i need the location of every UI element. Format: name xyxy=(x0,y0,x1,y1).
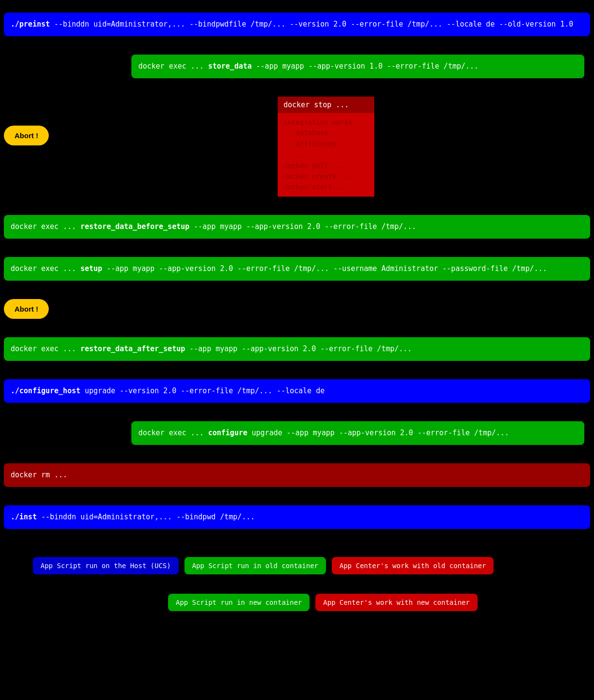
configure-host-command: ./configure_host upgrade --version 2.0 -… xyxy=(4,379,590,403)
configure-host-bold: ./configure_host xyxy=(11,386,81,395)
inst-command: ./inst --binddn uid=Administrator,... --… xyxy=(4,505,590,529)
legend-appcenter-old: App Center's work with old container xyxy=(332,557,494,574)
legend-new-container: App Script run in new container xyxy=(168,594,310,611)
store-data-command: docker exec ... store_data --app myapp -… xyxy=(131,55,584,78)
legend-area: App Script run on the Host (UCS) App Scr… xyxy=(4,557,590,574)
preinst-command: ./preinst --binddn uid=Administrator,...… xyxy=(4,13,590,36)
docker-stop-body: integration works - database - attribute… xyxy=(278,113,374,197)
legend-area-2: App Script run in new container App Cent… xyxy=(4,594,590,611)
configure-command: docker exec ... configure upgrade --app … xyxy=(131,421,584,445)
restore-data-before-setup-command: docker exec ... restore_data_before_setu… xyxy=(4,215,590,239)
restore-data-before-setup-bold: restore_data_before_setup xyxy=(81,222,190,231)
store-data-bold: store_data xyxy=(208,62,252,71)
restore-data-after-setup-command: docker exec ... restore_data_after_setup… xyxy=(4,337,590,361)
docker-stop-panel: docker stop ... integration works - data… xyxy=(278,97,374,197)
restore-data-after-setup-bold: restore_data_after_setup xyxy=(81,344,185,353)
legend-old-container: App Script run in old container xyxy=(184,557,326,574)
inst-bold: ./inst xyxy=(11,513,37,521)
abort-exclaim-button-1[interactable]: Abort ! xyxy=(4,126,49,145)
preinst-text: ./preinst --binddn uid=Administrator,...… xyxy=(11,20,573,29)
abort-exclaim-button-2[interactable]: Abort ! xyxy=(4,299,49,319)
configure-bold: configure xyxy=(208,429,247,437)
preinst-bold: ./preinst xyxy=(11,20,50,29)
setup-bold: setup xyxy=(81,264,102,273)
legend-host: App Script run on the Host (UCS) xyxy=(33,557,179,574)
legend-appcenter-new: App Center's work with new container xyxy=(315,594,477,611)
docker-rm-command: docker rm ... xyxy=(4,463,590,487)
setup-command: docker exec ... setup --app myapp --app-… xyxy=(4,257,590,281)
docker-stop-header: docker stop ... xyxy=(278,97,374,113)
